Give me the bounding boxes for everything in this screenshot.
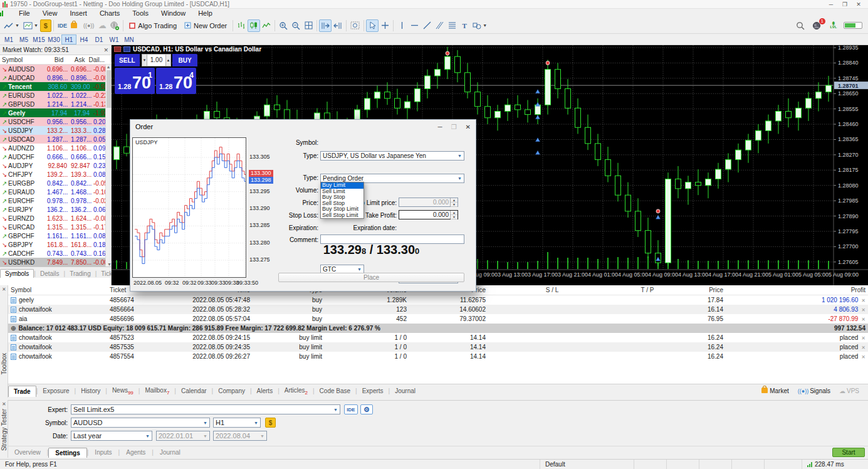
stop-limit-field[interactable]: 0.000▲▼ <box>399 198 458 207</box>
market-tab[interactable]: Market <box>761 387 789 394</box>
profile-name[interactable]: Default <box>540 460 634 469</box>
cursor-icon[interactable] <box>366 19 379 32</box>
channel-icon[interactable] <box>433 19 446 32</box>
market-watch-row[interactable]: ↗GBPCHF1.161...1.161...0.08% <box>0 231 111 240</box>
toolbox-tab-alerts[interactable]: Alerts <box>252 386 278 396</box>
trade-row[interactable]: chowtaifook48575352022.08.05 09:24:35buy… <box>8 342 868 352</box>
period-select[interactable]: H1▼ <box>213 418 261 428</box>
close-position-icon[interactable]: ✕ <box>861 307 865 313</box>
volume-up-button[interactable]: ▲ <box>165 54 171 66</box>
menu-window[interactable]: Window <box>155 9 192 18</box>
col-ask[interactable]: Ask <box>65 56 86 63</box>
column-header[interactable]: T / P <box>616 287 679 293</box>
market-watch-row[interactable]: ↗EURAUD1.467...1.468...-0.10% <box>0 187 111 196</box>
menu-file[interactable]: File <box>13 9 36 18</box>
order-type-option[interactable]: Sell Stop Limit <box>321 213 363 219</box>
toolbox-tab-experts[interactable]: Experts <box>357 386 389 396</box>
date-from-field[interactable]: 2022.01.01▼ <box>156 431 210 441</box>
lvl-icon[interactable]: ↟LVL <box>827 19 840 32</box>
tester-tab-overview[interactable]: Overview <box>8 448 47 457</box>
timeframe-d1[interactable]: D1 <box>92 34 107 45</box>
close-position-icon[interactable]: ✕ <box>861 317 865 322</box>
market-watch-row[interactable]: ↘CHFJPY139.2...139.3...0.08% <box>0 170 111 179</box>
volume-input[interactable]: 1.00 <box>147 54 165 66</box>
market-watch-tab-details[interactable]: Details <box>36 270 64 278</box>
dialog-maximize-icon[interactable]: ❐ <box>451 124 457 130</box>
market-watch-row[interactable]: ↘AUDUSD0.696...0.696...-0.08% <box>0 65 111 73</box>
timeframe-m5[interactable]: M5 <box>16 34 31 45</box>
toolbox-tab-news[interactable]: News99 <box>107 385 139 398</box>
symbol-select[interactable]: USDJPY, US Dollar vs Japanese Yen▼ <box>320 151 464 161</box>
menu-tools[interactable]: Tools <box>126 9 155 18</box>
symbol-properties-button[interactable]: $ <box>265 418 276 428</box>
trade-row[interactable]: chowtaifook48575542022.08.05 09:26:27buy… <box>8 352 868 361</box>
trade-row[interactable]: chowtaifook48566642022.08.05 05:28:32buy… <box>8 305 868 314</box>
menu-insert[interactable]: Insert <box>63 9 93 18</box>
trade-row[interactable]: aia48566962022.08.05 05:57:04buy45279.37… <box>8 314 868 324</box>
timeframe-m15[interactable]: M15 <box>31 34 46 45</box>
market-watch-row[interactable]: ↗EURCHF0.978...0.978...-0.02% <box>0 196 111 205</box>
objects-icon[interactable]: ▼ <box>471 19 489 32</box>
search-icon[interactable] <box>794 19 807 32</box>
menu-view[interactable]: View <box>36 9 64 18</box>
horizontal-line-icon[interactable] <box>408 19 421 32</box>
close-position-icon[interactable]: ✕ <box>861 335 865 341</box>
market-watch-row[interactable]: ↗AUDCAD0.896...0.896...-0.00% <box>0 73 111 82</box>
market-watch-tab-symbols[interactable]: Symbols <box>0 269 34 278</box>
toolbox-tab-company[interactable]: Company <box>213 386 250 396</box>
tester-tab-inputs[interactable]: Inputs <box>88 448 118 457</box>
chart-profiles-icon[interactable]: ▼ <box>21 19 40 32</box>
menu-charts[interactable]: Charts <box>93 9 126 18</box>
take-profit-field[interactable]: 0.000▲▼ <box>399 210 458 219</box>
maximize-button[interactable]: ❐ <box>838 1 852 8</box>
tester-tab-journal[interactable]: Journal <box>154 448 187 457</box>
market-watch-row[interactable]: ↘AUDNZD1.106...1.106...0.09% <box>0 144 111 152</box>
ide-button[interactable]: IDE <box>344 404 358 414</box>
market-watch-row[interactable]: ↘GBPJPY161.8...161.8...0.18% <box>0 240 111 249</box>
market-watch-row[interactable]: ↘EURNZD1.623...1.624...-0.08% <box>0 214 111 223</box>
toolbox-tab-calendar[interactable]: Calendar <box>176 386 212 396</box>
candles-icon[interactable] <box>248 19 260 32</box>
toolbox-tab-articles[interactable]: Articles2 <box>280 385 313 398</box>
column-header[interactable]: Symbol <box>8 287 107 293</box>
market-watch-row[interactable]: ↗Tencent308.60309.00-0.93% <box>0 82 111 91</box>
close-position-icon[interactable]: ✕ <box>861 345 865 350</box>
market-watch-row[interactable]: ↗USDCAD1.287...1.287...0.05% <box>0 135 111 144</box>
zoom-out-icon[interactable] <box>290 19 302 32</box>
start-button[interactable]: Start <box>832 448 865 457</box>
chart-shift-icon[interactable] <box>332 19 344 32</box>
timeframe-m30[interactable]: M30 <box>46 34 61 45</box>
buy-button[interactable]: BUY <box>172 54 197 66</box>
col-symbol[interactable]: Symbol <box>0 56 43 63</box>
new-chart-icon[interactable]: ▼ <box>2 19 21 32</box>
market-watch-row[interactable]: ↗EURUSD1.022...1.022...-0.22% <box>0 91 111 100</box>
date-range-select[interactable]: Last year▼ <box>71 431 152 441</box>
zoom-in-icon[interactable] <box>277 19 290 32</box>
col-daily[interactable]: Dail... <box>86 56 111 63</box>
new-order-button[interactable]: New Order <box>180 19 231 32</box>
tester-close-icon[interactable]: ✕ <box>2 401 6 407</box>
auto-scroll-icon[interactable] <box>319 19 332 32</box>
timeframe-mn[interactable]: MN <box>122 34 137 45</box>
vps-tab[interactable]: ☁VPS <box>839 387 859 394</box>
market-watch-row[interactable]: ↘USDJPY133.2...133.3...0.28% <box>0 126 111 135</box>
symbol-select[interactable]: AUDUSD▼ <box>71 418 210 428</box>
tester-tab-settings[interactable]: Settings <box>48 448 86 458</box>
minimize-button[interactable]: ─ <box>824 1 838 8</box>
close-button[interactable]: ✕ <box>852 1 865 8</box>
market-watch-scrollbar[interactable]: ▲▼ <box>105 65 111 266</box>
timeframe-w1[interactable]: W1 <box>107 34 122 45</box>
crosshair-icon[interactable] <box>379 19 391 32</box>
volume-down-button[interactable]: ▼ <box>142 54 147 66</box>
toolbox-close-icon[interactable]: ✕ <box>2 287 6 292</box>
date-to-field[interactable]: 2022.08.04▼ <box>213 431 267 441</box>
toolbox-tab-trade[interactable]: Trade <box>8 386 36 397</box>
market-watch-row[interactable]: ↗Geely17.9417.94-1.92% <box>0 108 111 117</box>
toolbox-tab-journal[interactable]: Journal <box>390 386 421 396</box>
market-watch-row[interactable]: ↘EURCAD1.315...1.315...-0.17% <box>0 223 111 231</box>
market-watch-row[interactable]: ↘USDHKD7.849...7.850...-0.00% <box>0 258 111 266</box>
dialog-minimize-icon[interactable]: ─ <box>438 124 442 130</box>
fibonacci-icon[interactable] <box>446 19 458 32</box>
tester-tab-agents[interactable]: Agents <box>120 448 152 457</box>
text-icon[interactable]: T <box>458 19 471 32</box>
